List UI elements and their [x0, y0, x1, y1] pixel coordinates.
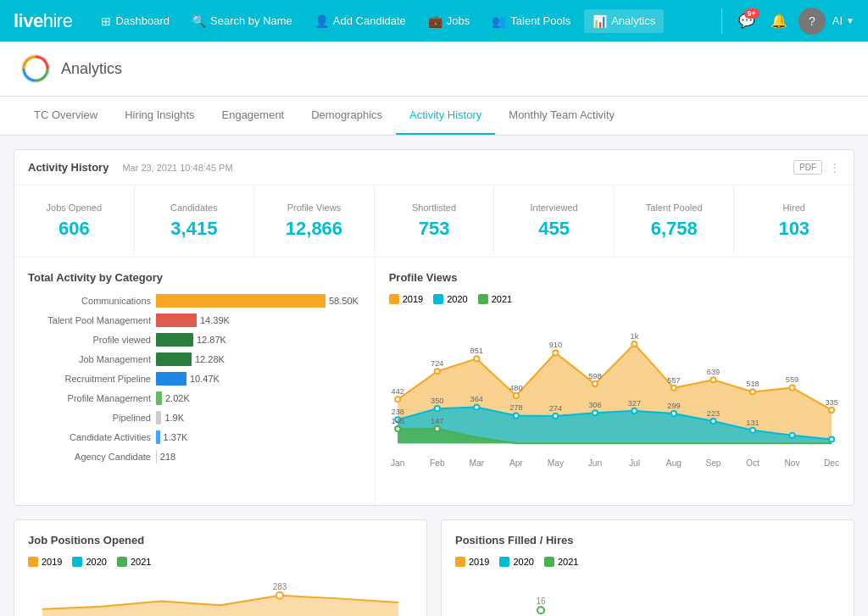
- svg-point-27: [434, 406, 439, 411]
- svg-point-9: [553, 350, 558, 355]
- svg-text:Mar: Mar: [469, 458, 484, 468]
- svg-point-65: [537, 607, 544, 613]
- bar-container: 2.02K: [156, 391, 361, 405]
- job-positions-card: Job Positions Opened 2019 2020 2021 283: [14, 519, 427, 616]
- stat-jobs-opened: Jobs Opened 606: [14, 186, 135, 257]
- bar-container: 58.50K: [156, 294, 361, 308]
- page-header: Analytics: [0, 42, 868, 97]
- nav-jobs[interactable]: 💼 Jobs: [420, 9, 478, 33]
- stat-label: Profile Views: [268, 203, 360, 213]
- svg-text:Jan: Jan: [391, 458, 405, 468]
- bar-value: 1.9K: [164, 413, 184, 423]
- bar-value: 10.47K: [190, 374, 220, 384]
- bar-row: Profile viewed12.87K: [28, 333, 361, 347]
- nav-add-candidate[interactable]: 👤 Add Candidate: [306, 9, 415, 33]
- nav-items: ⊞ Dashboard 🔍 Search by Name 👤 Add Candi…: [92, 9, 715, 33]
- bar-label: Pipelined: [28, 413, 151, 423]
- stat-value: 6,758: [628, 218, 721, 240]
- svg-text:557: 557: [667, 376, 680, 385]
- svg-point-49: [434, 426, 439, 431]
- svg-point-0: [22, 55, 49, 82]
- nav-talent-pools[interactable]: 👥 Talent Pools: [483, 9, 579, 33]
- pdf-button[interactable]: PDF: [793, 160, 822, 175]
- bar-label: Agency Candidate: [28, 452, 151, 462]
- legend-2021: 2021: [544, 557, 578, 567]
- svg-point-15: [671, 386, 676, 391]
- svg-text:327: 327: [627, 399, 640, 408]
- nav-dashboard[interactable]: ⊞ Dashboard: [92, 9, 178, 33]
- profile-views-chart: 4427248514809105981k55763951855933523835…: [389, 311, 840, 489]
- legend-color-2020: [433, 294, 443, 304]
- jobs-icon: 💼: [428, 14, 442, 28]
- svg-point-7: [513, 393, 518, 398]
- stat-talent-pooled: Talent Pooled 6,758: [615, 186, 735, 257]
- nav-search-by-name[interactable]: 🔍 Search by Name: [183, 9, 301, 33]
- avatar[interactable]: ?: [798, 8, 826, 35]
- tab-demographics[interactable]: Demographics: [298, 97, 396, 135]
- positions-filled-card: Positions Filled / Hires 2019 2020 2021 …: [441, 519, 854, 616]
- svg-text:278: 278: [509, 403, 522, 412]
- card-header-left: Activity History Mar 23, 2021 10:48:45 P…: [28, 161, 233, 174]
- card-title: Activity History: [28, 161, 108, 174]
- notification-badge: 9+: [744, 8, 760, 19]
- more-options-icon[interactable]: ⋮: [829, 161, 840, 174]
- svg-text:283: 283: [273, 582, 287, 591]
- positions-filled-title: Positions Filled / Hires: [455, 534, 840, 547]
- bar-fill: [156, 411, 161, 425]
- svg-point-45: [789, 433, 794, 438]
- user-menu[interactable]: AI ▼: [832, 14, 854, 27]
- legend-2021: 2021: [478, 294, 512, 304]
- svg-point-1: [395, 397, 400, 402]
- dashboard-icon: ⊞: [101, 14, 111, 28]
- svg-text:May: May: [547, 458, 564, 468]
- svg-point-11: [593, 381, 598, 386]
- nav-analytics[interactable]: 📊 Analytics: [584, 9, 664, 33]
- tab-hiring-insights[interactable]: Hiring Insights: [111, 97, 208, 135]
- svg-point-21: [789, 386, 794, 391]
- notifications-button[interactable]: 💬 9+: [734, 8, 760, 34]
- stat-value: 3,415: [148, 218, 241, 240]
- tab-activity-history[interactable]: Activity History: [396, 97, 495, 135]
- stat-value: 103: [748, 218, 840, 240]
- job-positions-title: Job Positions Opened: [28, 534, 413, 547]
- bar-value: 1.37K: [164, 432, 188, 442]
- svg-point-17: [710, 377, 715, 382]
- logo[interactable]: livehire: [14, 10, 72, 32]
- tab-monthly-team-activity[interactable]: Monthly Team Activity: [495, 97, 628, 135]
- legend-color-2019: [389, 294, 399, 304]
- stat-interviewed: Interviewed 455: [494, 186, 615, 257]
- stat-label: Hired: [748, 203, 840, 213]
- stats-row: Jobs Opened 606 Candidates 3,415 Profile…: [14, 186, 854, 258]
- svg-point-41: [710, 419, 715, 424]
- svg-point-19: [750, 389, 755, 394]
- profile-views-panel: Profile Views 2019 2020 2021 4427: [376, 258, 854, 505]
- bar-fill: [156, 450, 157, 463]
- tab-tc-overview[interactable]: TC Overview: [20, 97, 111, 135]
- bar-row: Recruitment Pipeline10.47K: [28, 372, 361, 386]
- bar-chart: Communications58.50KTalent Pool Manageme…: [28, 294, 361, 463]
- charts-row: Total Activity by Category Communication…: [14, 258, 854, 505]
- svg-text:724: 724: [431, 359, 443, 368]
- stat-value: 753: [388, 218, 481, 240]
- stat-label: Talent Pooled: [628, 203, 721, 213]
- svg-text:Dec: Dec: [824, 458, 839, 468]
- bar-fill: [156, 430, 160, 444]
- svg-text:145: 145: [391, 417, 403, 425]
- legend-2019: 2019: [389, 294, 423, 304]
- main-content: Activity History Mar 23, 2021 10:48:45 P…: [0, 136, 868, 616]
- svg-text:364: 364: [470, 395, 482, 403]
- svg-point-23: [829, 408, 834, 413]
- tab-engagement[interactable]: Engagement: [209, 97, 298, 135]
- job-positions-legend: 2019 2020 2021: [28, 557, 413, 567]
- svg-text:299: 299: [667, 402, 680, 410]
- svg-text:1k: 1k: [630, 332, 638, 341]
- svg-point-47: [395, 426, 400, 431]
- profile-views-title: Profile Views: [389, 271, 840, 284]
- chevron-down-icon: ▼: [846, 16, 854, 25]
- svg-point-3: [434, 369, 439, 374]
- bar-row: Pipelined1.9K: [28, 411, 361, 425]
- svg-point-43: [750, 428, 755, 433]
- activity-history-card: Activity History Mar 23, 2021 10:48:45 P…: [14, 149, 854, 506]
- stat-value: 455: [508, 218, 600, 240]
- alerts-button[interactable]: 🔔: [766, 8, 792, 34]
